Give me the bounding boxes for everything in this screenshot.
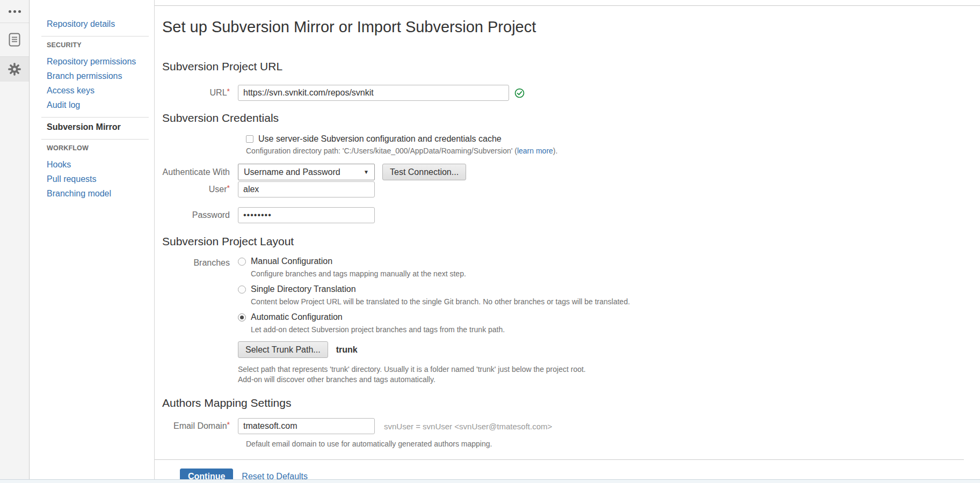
chevron-down-icon: ▼: [364, 169, 369, 175]
radio-manual-configuration[interactable]: Manual Configuration: [238, 257, 964, 266]
sidebar-item-audit-log[interactable]: Audit log: [47, 98, 154, 112]
document-icon: [8, 32, 21, 48]
gear-icon: [8, 62, 21, 76]
server-side-cache-label[interactable]: Use server-side Subversion configuration…: [258, 134, 502, 144]
section-heading-credentials: Subversion Credentials: [162, 111, 964, 125]
sidebar-divider: [41, 117, 149, 118]
user-input[interactable]: [238, 181, 375, 197]
select-trunk-path-button[interactable]: Select Trunk Path...: [238, 341, 328, 358]
sidebar-divider: [41, 139, 149, 140]
more-icon: [9, 10, 21, 13]
learn-more-link[interactable]: learn more: [517, 147, 553, 155]
email-domain-label: Email Domain*: [162, 421, 238, 431]
url-input[interactable]: [238, 85, 509, 101]
sidebar-header-security: SECURITY: [47, 39, 154, 52]
sidebar-item-access-keys[interactable]: Access keys: [47, 83, 154, 98]
more-button[interactable]: [0, 0, 29, 23]
sidebar-item-branching-model[interactable]: Branching model: [47, 186, 154, 201]
top-divider: [155, 0, 980, 6]
repository-nav-button[interactable]: [0, 23, 29, 57]
footer-divider: [155, 459, 964, 460]
sidebar-item-repository-permissions[interactable]: Repository permissions: [47, 54, 154, 69]
section-heading-project-layout: Subversion Project Layout: [162, 235, 964, 248]
sidebar-item-pull-requests[interactable]: Pull requests: [47, 172, 154, 186]
section-heading-project-url: Subversion Project URL: [162, 60, 964, 74]
email-domain-input[interactable]: [238, 418, 375, 434]
required-asterisk: *: [227, 420, 230, 429]
sidebar-item-repository-details[interactable]: Repository details: [47, 17, 154, 31]
settings-nav-button[interactable]: [0, 57, 29, 82]
sidebar-divider: [41, 36, 149, 36]
check-circle-icon: [514, 88, 525, 98]
trunk-description-line2: Add-on will discover other branches and …: [238, 375, 964, 385]
continue-button[interactable]: Continue: [180, 469, 233, 479]
trunk-path-value: trunk: [336, 345, 358, 355]
bottom-strip: [0, 479, 980, 483]
required-asterisk: *: [227, 184, 230, 192]
reset-to-defaults-link[interactable]: Reset to Defaults: [242, 472, 308, 479]
sidebar-item-subversion-mirror[interactable]: Subversion Mirror: [47, 120, 154, 134]
main-panel: Set up Subversion Mirror or Import Subve…: [155, 0, 980, 479]
page-title: Set up Subversion Mirror or Import Subve…: [162, 18, 964, 36]
server-side-cache-checkbox[interactable]: [246, 135, 253, 143]
branches-label: Branches: [162, 257, 238, 268]
sidebar-item-branch-permissions[interactable]: Branch permissions: [47, 69, 154, 83]
section-heading-authors-mapping: Authors Mapping Settings: [162, 396, 964, 410]
user-label: User*: [162, 185, 238, 194]
authenticate-with-label: Authenticate With: [162, 167, 238, 177]
radio-icon[interactable]: [238, 313, 246, 321]
email-mapping-hint: svnUser = svnUser <svnUser@tmatesoft.com…: [384, 422, 552, 431]
sidebar-item-hooks[interactable]: Hooks: [47, 157, 154, 172]
required-asterisk: *: [227, 87, 230, 96]
url-label: URL*: [162, 88, 238, 98]
radio-single-directory-translation[interactable]: Single Directory Translation: [238, 284, 964, 294]
settings-sidebar: Repository details SECURITY Repository p…: [30, 0, 155, 479]
radio-icon[interactable]: [238, 258, 246, 266]
password-input[interactable]: [238, 207, 375, 223]
radio-single-directory-translation-description: Content below Project URL will be transl…: [251, 297, 964, 306]
test-connection-button[interactable]: Test Connection...: [382, 164, 466, 180]
config-path-description: Configuration directory path: 'C:/Users/…: [246, 146, 964, 156]
email-domain-description: Default email domain to use for automati…: [246, 439, 964, 449]
radio-icon[interactable]: [238, 286, 246, 294]
icon-rail: [0, 0, 30, 479]
radio-automatic-configuration-description: Let add-on detect Subversion project bra…: [251, 325, 964, 334]
authenticate-with-select[interactable]: Username and Password ▼: [238, 164, 375, 180]
radio-automatic-configuration[interactable]: Automatic Configuration: [238, 312, 964, 322]
sidebar-header-workflow: WORKFLOW: [47, 142, 154, 155]
app-window: Repository details SECURITY Repository p…: [0, 0, 980, 483]
trunk-description-line1: Select path that represents 'trunk' dire…: [238, 364, 964, 375]
radio-manual-configuration-description: Configure branches and tags mapping manu…: [251, 269, 964, 279]
password-label: Password: [162, 210, 238, 220]
